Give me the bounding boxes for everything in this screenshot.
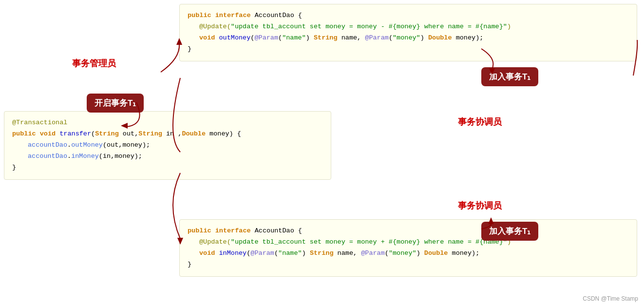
top-line1: public interface AccountDao { (188, 10, 629, 21)
middle-line4: accountDao.inMoney(in,money); (12, 151, 323, 162)
middle-line2: public void transfer(String out,String i… (12, 129, 323, 140)
badge-start: 开启事务T₁ (87, 94, 144, 113)
top-line2: @Update("update tbl_account set money = … (188, 21, 629, 33)
badge-join-top: 加入事务T₁ (481, 67, 538, 86)
bottom-line1: public interface AccountDao { (188, 226, 629, 237)
middle-line1: @Transactional (12, 117, 323, 129)
transaction-coordinator-bottom-label: 事务协调员 (458, 200, 502, 211)
transaction-manager-label: 事务管理员 (72, 57, 116, 69)
middle-code-box: @Transactional public void transfer(Stri… (4, 111, 331, 180)
bottom-line4: } (188, 259, 629, 270)
bottom-line3: void inMoney(@Param("name") String name,… (188, 248, 629, 259)
bottom-code-box: public interface AccountDao { @Update("u… (179, 219, 637, 277)
top-line4: } (188, 44, 629, 55)
bottom-line2: @Update("update tbl_account set money = … (188, 237, 629, 248)
top-code-box: public interface AccountDao { @Update("u… (179, 4, 637, 61)
transaction-coordinator-top-label: 事务协调员 (458, 116, 502, 128)
watermark: CSDN @Time Stamp (583, 295, 638, 302)
badge-join-bottom: 加入事务T₁ (481, 222, 538, 241)
top-line3: void outMoney(@Param("name") String name… (188, 33, 629, 44)
middle-line3: accountDao.outMoney(out,money); (12, 140, 323, 151)
middle-line5: } (12, 162, 323, 173)
